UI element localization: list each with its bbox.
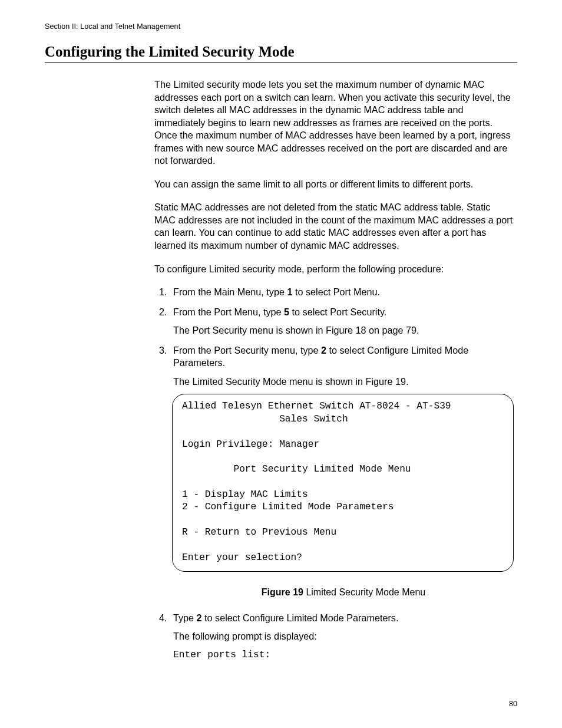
step-note: The Limited Security Mode menu is shown … xyxy=(173,375,514,388)
step-text: to select Port Security. xyxy=(289,307,386,317)
terminal-figure: Allied Telesyn Ethernet Switch AT-8024 -… xyxy=(173,394,514,572)
step-4: Type 2 to select Configure Limited Mode … xyxy=(170,612,514,662)
paragraph: To configure Limited security mode, perf… xyxy=(154,263,514,276)
paragraph: The Limited security mode lets you set t… xyxy=(154,78,514,167)
terminal-line: Port Security Limited Mode Menu xyxy=(182,464,411,475)
figure-caption: Figure 19 Limited Security Mode Menu xyxy=(173,586,514,598)
terminal-screen: Allied Telesyn Ethernet Switch AT-8024 -… xyxy=(172,394,514,572)
terminal-line: Login Privilege: Manager xyxy=(182,439,319,450)
figure-text: Limited Security Mode Menu xyxy=(303,587,425,597)
prompt-text: Enter ports list: xyxy=(173,649,514,662)
figure-label: Figure 19 xyxy=(262,587,303,597)
step-key: 2 xyxy=(321,345,326,355)
procedure-list: From the Main Menu, type 1 to select Por… xyxy=(154,286,514,661)
terminal-line: R - Return to Previous Menu xyxy=(182,527,336,538)
step-note: The Port Security menu is shown in Figur… xyxy=(173,324,514,337)
terminal-line: Sales Switch xyxy=(182,414,348,424)
terminal-line: 1 - Display MAC Limits xyxy=(182,489,308,500)
step-text: From the Port Security menu, type xyxy=(173,345,321,355)
step-text: to select Configure Limited Mode Paramet… xyxy=(202,612,399,623)
step-text: Type xyxy=(173,612,197,623)
paragraph: You can assign the same limit to all por… xyxy=(154,178,514,191)
step-3: From the Port Security menu, type 2 to s… xyxy=(170,344,514,599)
paragraph: Static MAC addresses are not deleted fro… xyxy=(154,201,514,252)
step-key: 5 xyxy=(284,307,289,317)
terminal-line: Allied Telesyn Ethernet Switch AT-8024 -… xyxy=(182,401,451,411)
step-key: 2 xyxy=(197,612,202,623)
body-content: The Limited security mode lets you set t… xyxy=(154,78,514,661)
page: Section II: Local and Telnet Management … xyxy=(0,0,562,728)
page-number: 80 xyxy=(509,700,517,708)
running-header: Section II: Local and Telnet Management xyxy=(45,22,517,31)
step-1: From the Main Menu, type 1 to select Por… xyxy=(170,286,514,299)
step-text: From the Main Menu, type xyxy=(173,286,287,297)
terminal-line: 2 - Configure Limited Mode Parameters xyxy=(182,502,394,512)
terminal-line: Enter your selection? xyxy=(182,552,302,563)
step-text: to select Port Menu. xyxy=(292,286,379,297)
step-2: From the Port Menu, type 5 to select Por… xyxy=(170,306,514,337)
step-text: From the Port Menu, type xyxy=(173,307,284,317)
step-note: The following prompt is displayed: xyxy=(173,630,514,643)
section-title: Configuring the Limited Security Mode xyxy=(45,44,517,63)
